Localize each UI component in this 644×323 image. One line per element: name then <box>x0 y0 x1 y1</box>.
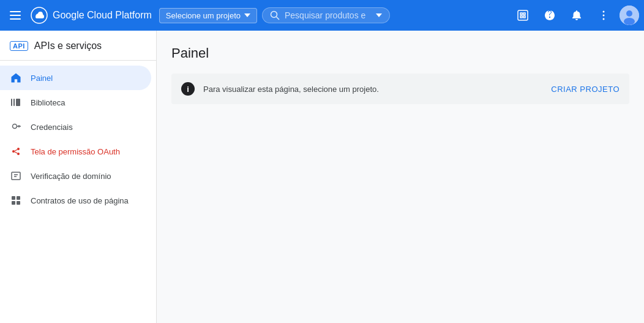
search-icon <box>270 10 280 20</box>
search-bar[interactable] <box>262 7 390 23</box>
svg-point-21 <box>12 150 15 153</box>
sidebar-item-painel[interactable]: Painel <box>0 66 151 90</box>
sidebar-item-label-contratos: Contratos de uso de página <box>31 196 129 205</box>
sidebar-item-label-painel: Painel <box>31 74 53 83</box>
credenciais-icon <box>10 121 22 133</box>
oauth-icon <box>10 145 22 158</box>
svg-point-4 <box>271 12 277 18</box>
svg-rect-9 <box>520 16 522 18</box>
sidebar-nav: Painel Biblioteca <box>0 61 156 218</box>
svg-point-23 <box>17 153 20 155</box>
contratos-icon <box>10 194 22 207</box>
sidebar-item-oauth[interactable]: Tela de permissão OAuth <box>0 139 151 164</box>
svg-rect-17 <box>11 99 12 106</box>
brand-logo: Google Cloud Platform <box>31 7 152 24</box>
svg-point-22 <box>17 148 20 150</box>
sidebar-item-verificacao[interactable]: Verificação de domínio <box>0 164 151 188</box>
svg-rect-2 <box>10 18 21 20</box>
sidebar-item-label-credenciais: Credenciais <box>31 123 73 132</box>
body-wrap: API APIs e serviços Painel <box>0 31 644 323</box>
project-selector-label: Selecione um projeto <box>166 11 241 20</box>
svg-rect-0 <box>10 11 21 12</box>
gcp-logo-icon <box>31 7 48 24</box>
svg-rect-18 <box>13 99 15 106</box>
main-content: Painel i Para visualizar esta página, se… <box>157 31 644 323</box>
brand-name: Google Cloud Platform <box>53 10 152 21</box>
svg-rect-28 <box>17 196 20 200</box>
svg-point-12 <box>603 15 605 17</box>
svg-point-13 <box>603 18 605 20</box>
info-icon: i <box>181 82 195 96</box>
biblioteca-icon <box>10 96 22 108</box>
top-nav: Google Cloud Platform Selecione um proje… <box>0 0 644 31</box>
create-project-link[interactable]: CRIAR PROJETO <box>551 85 620 94</box>
search-dropdown-icon[interactable] <box>376 13 382 17</box>
notifications-icon[interactable] <box>566 4 588 26</box>
svg-point-16 <box>624 18 635 25</box>
sidebar-item-label-biblioteca: Biblioteca <box>31 98 65 107</box>
svg-rect-1 <box>10 15 21 16</box>
svg-rect-26 <box>12 172 20 180</box>
support-icon[interactable] <box>512 4 534 26</box>
sidebar-header-label: APIs e serviços <box>34 40 102 51</box>
avatar[interactable] <box>620 6 639 25</box>
sidebar-item-label-oauth: Tela de permissão OAuth <box>31 147 120 156</box>
chevron-down-icon <box>244 13 250 17</box>
svg-point-11 <box>603 11 605 13</box>
svg-point-20 <box>13 124 17 129</box>
svg-rect-29 <box>12 201 15 205</box>
help-icon[interactable] <box>539 4 561 26</box>
verificacao-icon <box>10 170 22 182</box>
svg-rect-6 <box>518 10 528 20</box>
svg-rect-27 <box>12 196 15 200</box>
sidebar-item-contratos[interactable]: Contratos de uso de página <box>0 188 151 213</box>
search-input[interactable] <box>285 10 369 20</box>
hamburger-menu[interactable] <box>5 5 26 26</box>
api-badge: API <box>10 41 28 51</box>
svg-line-5 <box>277 17 280 20</box>
page-title: Painel <box>171 45 629 61</box>
svg-rect-7 <box>520 13 522 15</box>
sidebar-item-biblioteca[interactable]: Biblioteca <box>0 90 151 115</box>
sidebar: API APIs e serviços Painel <box>0 31 157 323</box>
project-selector[interactable]: Selecione um projeto <box>159 8 257 23</box>
svg-rect-30 <box>17 201 20 205</box>
svg-line-24 <box>15 150 17 151</box>
sidebar-item-credenciais[interactable]: Credenciais <box>0 115 151 139</box>
sidebar-header: API APIs e serviços <box>0 31 156 61</box>
svg-point-15 <box>626 10 632 17</box>
painel-icon <box>10 72 22 84</box>
svg-rect-8 <box>523 13 525 15</box>
svg-rect-19 <box>16 99 20 106</box>
svg-line-25 <box>15 152 17 153</box>
info-banner: i Para visualizar esta página, selecione… <box>171 74 629 104</box>
banner-text: Para visualizar esta página, selecione u… <box>203 85 542 94</box>
more-options-icon[interactable] <box>593 4 615 26</box>
sidebar-item-label-verificacao: Verificação de domínio <box>31 172 111 181</box>
svg-rect-10 <box>523 16 525 18</box>
